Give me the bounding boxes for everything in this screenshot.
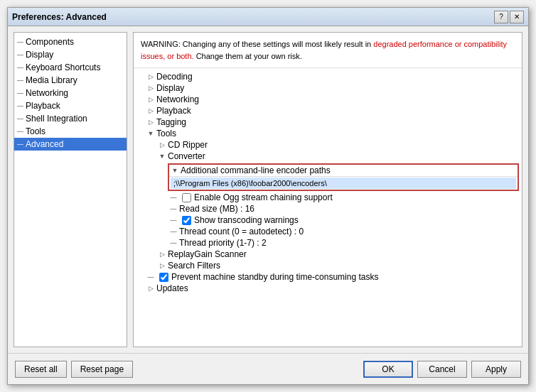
sidebar: — Components — Display — Keyboard Shortc…: [14, 32, 127, 347]
tree-item-search-filters[interactable]: ▷ Search Filters: [134, 260, 522, 271]
tree-arrow: —: [168, 228, 179, 235]
tree-label: Playback: [156, 106, 191, 116]
warning-box: WARNING: Changing any of these settings …: [134, 33, 522, 68]
warning-text-2: Change them at your own risk.: [194, 52, 302, 60]
sidebar-item-label: Advanced: [26, 139, 63, 149]
tree-arrow: ▷: [156, 251, 168, 258]
tree-arrow: ▷: [156, 262, 168, 269]
tree-arrow: —: [168, 205, 179, 212]
sidebar-arrow: —: [17, 38, 26, 45]
tree-item-playback[interactable]: ▷ Playback: [134, 105, 522, 116]
tree-arrow: —: [145, 273, 156, 281]
sidebar-item-label: Shell Integration: [26, 114, 87, 124]
tree-label: Updates: [156, 283, 188, 293]
sidebar-item-label: Networking: [26, 88, 68, 98]
tree-item-thread-priority[interactable]: — Thread priority (1-7) : 2: [134, 237, 522, 249]
enable-ogg-checkbox[interactable]: [182, 193, 191, 202]
tree-arrow: ▷: [145, 96, 156, 103]
tree-label: ReplayGain Scanner: [168, 249, 247, 259]
title-bar-controls: ? ✕: [494, 11, 524, 23]
sidebar-item-shell-integration[interactable]: — Shell Integration: [14, 112, 127, 125]
tree-arrow: ▷: [145, 73, 156, 80]
tree-label: Enable Ogg stream chaining support: [194, 192, 333, 202]
sidebar-item-tools[interactable]: — Tools: [14, 125, 127, 138]
tree-item-prevent-standby[interactable]: — Prevent machine standby during time-co…: [134, 271, 522, 283]
tree-arrow: ▷: [145, 285, 156, 292]
content-area: — Components — Display — Keyboard Shortc…: [8, 26, 528, 353]
sidebar-item-keyboard-shortcuts[interactable]: — Keyboard Shortcuts: [14, 61, 127, 74]
sidebar-item-advanced[interactable]: — Advanced: [14, 138, 127, 151]
sidebar-item-components[interactable]: — Components: [14, 36, 127, 48]
warning-text-1: WARNING: Changing any of these settings …: [141, 40, 373, 48]
tree-label: Additional command-line encoder paths: [181, 165, 331, 175]
help-button[interactable]: ?: [494, 11, 508, 23]
tree-item-updates[interactable]: ▷ Updates: [134, 283, 522, 294]
sidebar-arrow: —: [17, 89, 26, 97]
sidebar-item-networking[interactable]: — Networking: [14, 87, 127, 99]
tree-arrow: ▷: [145, 119, 156, 126]
tree-arrow: ▼: [145, 130, 156, 137]
tree-item-additional-paths[interactable]: ▼ Additional command-line encoder paths: [169, 165, 518, 177]
sidebar-arrow: —: [17, 64, 26, 71]
tree-label: Display: [156, 83, 184, 93]
tree-label: Prevent machine standby during time-cons…: [171, 272, 378, 282]
apply-button[interactable]: Apply: [471, 361, 521, 378]
tree-item-converter[interactable]: ▼ Converter: [134, 151, 522, 162]
bottom-right-buttons: OK Cancel Apply: [363, 361, 521, 378]
tree-item-display[interactable]: ▷ Display: [134, 82, 522, 94]
tree-label: Tagging: [156, 117, 186, 127]
tree-item-decoding[interactable]: ▷ Decoding: [134, 71, 522, 82]
tree-item-tagging[interactable]: ▷ Tagging: [134, 116, 522, 128]
tree-arrow: ▷: [145, 85, 156, 92]
bottom-bar: Reset all Reset page OK Cancel Apply: [8, 353, 528, 384]
tree-item-read-size[interactable]: — Read size (MB) : 16: [134, 203, 522, 214]
tree-item-enable-ogg[interactable]: — Enable Ogg stream chaining support: [134, 192, 522, 203]
reset-page-button[interactable]: Reset page: [71, 361, 133, 378]
tree-arrow: ▷: [156, 141, 168, 148]
tree-label: Read size (MB) : 16: [179, 204, 254, 214]
tree-label: Converter: [168, 151, 205, 161]
sidebar-arrow: —: [17, 102, 26, 109]
path-input[interactable]: [171, 178, 516, 189]
sidebar-item-label: Playback: [26, 101, 60, 111]
tree-label: Thread priority (1-7) : 2: [179, 238, 267, 248]
cancel-button[interactable]: Cancel: [417, 361, 467, 378]
close-button[interactable]: ✕: [510, 11, 524, 23]
sidebar-item-label: Keyboard Shortcuts: [26, 62, 100, 72]
tree-label: Show transcoding warnings: [194, 215, 299, 225]
tree-label: Decoding: [156, 72, 193, 82]
tree-label: Networking: [156, 94, 199, 104]
tree-item-networking[interactable]: ▷ Networking: [134, 94, 522, 105]
main-panel: WARNING: Changing any of these settings …: [133, 32, 522, 347]
sidebar-item-label: Media Library: [26, 75, 77, 85]
show-warnings-checkbox[interactable]: [182, 216, 191, 225]
preferences-window: Preferences: Advanced ? ✕ — Components —…: [7, 7, 529, 385]
tree-label: Tools: [156, 129, 176, 138]
tree-item-show-warnings[interactable]: — Show transcoding warnings: [134, 214, 522, 226]
sidebar-arrow: —: [17, 51, 26, 58]
sidebar-item-playback[interactable]: — Playback: [14, 99, 127, 112]
tree-label: Thread count (0 = autodetect) : 0: [179, 227, 304, 236]
bottom-left-buttons: Reset all Reset page: [15, 361, 133, 378]
sidebar-item-media-library[interactable]: — Media Library: [14, 74, 127, 87]
tree-arrow: ▼: [156, 153, 168, 160]
tree-item-thread-count[interactable]: — Thread count (0 = autodetect) : 0: [134, 226, 522, 237]
additional-paths-group: ▼ Additional command-line encoder paths: [168, 163, 519, 191]
tree-arrow: —: [168, 217, 179, 224]
tree-item-replaygain[interactable]: ▷ ReplayGain Scanner: [134, 249, 522, 260]
tree-arrow: —: [168, 194, 179, 201]
tree-arrow: ▷: [145, 107, 156, 114]
tree-arrow: —: [168, 239, 179, 246]
tree-item-cd-ripper[interactable]: ▷ CD Ripper: [134, 139, 522, 151]
tree-label: CD Ripper: [168, 140, 208, 150]
prevent-standby-checkbox[interactable]: [159, 273, 168, 282]
reset-all-button[interactable]: Reset all: [15, 361, 67, 378]
sidebar-arrow: —: [17, 128, 26, 135]
ok-button[interactable]: OK: [363, 361, 413, 378]
tree-arrow: ▼: [169, 167, 181, 174]
tree-item-tools[interactable]: ▼ Tools: [134, 128, 522, 139]
window-title: Preferences: Advanced: [12, 12, 107, 22]
sidebar-item-display[interactable]: — Display: [14, 48, 127, 61]
sidebar-item-label: Display: [26, 50, 53, 60]
sidebar-arrow: —: [17, 115, 26, 122]
